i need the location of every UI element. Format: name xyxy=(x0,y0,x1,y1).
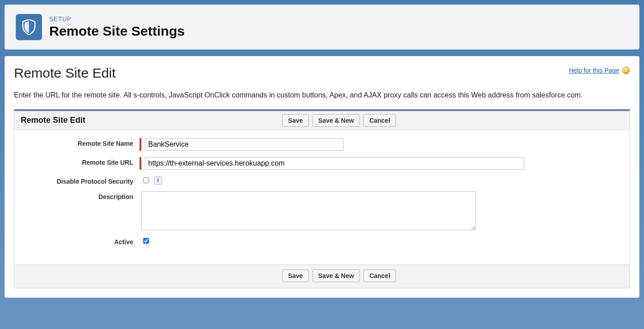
label-site-name: Remote Site Name xyxy=(24,138,140,147)
help-link[interactable]: Help for this Page ? xyxy=(569,66,630,74)
label-description: Description xyxy=(24,191,140,200)
save-button[interactable]: Save xyxy=(282,114,309,127)
active-checkbox[interactable] xyxy=(143,238,149,244)
setup-header: SETUP Remote Site Settings xyxy=(5,5,639,50)
edit-panel: Remote Site Edit Save Save & New Cancel … xyxy=(14,109,630,288)
description-textarea[interactable] xyxy=(141,191,476,230)
cancel-button-bottom[interactable]: Cancel xyxy=(364,269,396,282)
intro-text: Enter the URL for the remote site. All s… xyxy=(14,90,630,100)
label-dps: Disable Protocol Security xyxy=(24,176,140,185)
info-icon[interactable]: i xyxy=(154,176,162,185)
help-link-label: Help for this Page xyxy=(569,67,619,74)
site-name-input[interactable] xyxy=(145,138,344,151)
site-url-input[interactable] xyxy=(145,157,524,170)
cancel-button[interactable]: Cancel xyxy=(364,114,396,127)
required-indicator xyxy=(140,157,141,170)
panel-title: Remote Site Edit xyxy=(21,116,85,125)
save-new-button[interactable]: Save & New xyxy=(313,114,360,127)
help-icon: ? xyxy=(622,66,630,74)
setup-kicker: SETUP xyxy=(49,15,185,23)
save-new-button-bottom[interactable]: Save & New xyxy=(313,269,360,282)
shield-icon xyxy=(16,14,42,40)
dps-checkbox[interactable] xyxy=(143,177,149,183)
label-active: Active xyxy=(24,236,140,246)
main-card: Remote Site Edit Help for this Page ? En… xyxy=(5,56,639,298)
label-site-url: Remote Site URL xyxy=(24,157,140,166)
save-button-bottom[interactable]: Save xyxy=(282,269,309,282)
section-heading: Remote Site Edit xyxy=(14,65,116,81)
page-title: Remote Site Settings xyxy=(49,23,185,39)
required-indicator xyxy=(140,138,141,151)
